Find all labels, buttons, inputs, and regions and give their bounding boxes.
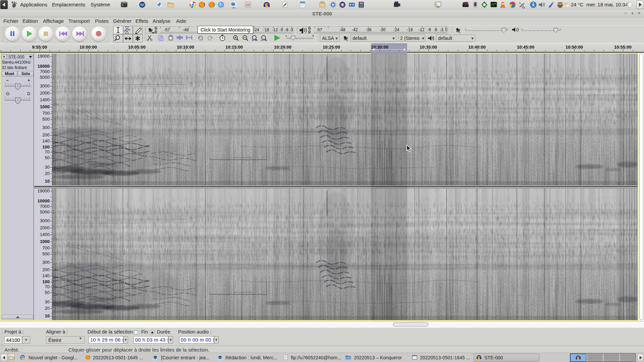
svg-text:-30: -30 bbox=[380, 27, 386, 32]
svg-text:-6: -6 bbox=[285, 27, 288, 32]
svg-text:-24: -24 bbox=[393, 27, 399, 32]
svg-text:-57: -57 bbox=[164, 27, 170, 32]
svg-text:-18: -18 bbox=[263, 27, 269, 32]
svg-text:-57: -57 bbox=[316, 27, 322, 32]
svg-text:-3: -3 bbox=[440, 27, 443, 32]
svg-text:-6: -6 bbox=[434, 27, 437, 32]
svg-text:D: D bbox=[155, 30, 157, 34]
svg-text:-24: -24 bbox=[253, 27, 259, 32]
svg-text:−: − bbox=[285, 34, 287, 38]
svg-text:-18: -18 bbox=[407, 27, 413, 32]
svg-text:-42: -42 bbox=[352, 27, 358, 32]
svg-text:0: 0 bbox=[445, 27, 447, 32]
svg-text:-48: -48 bbox=[183, 27, 189, 32]
svg-text:-9: -9 bbox=[279, 27, 283, 32]
svg-text:-36: -36 bbox=[366, 27, 372, 32]
svg-text:-48: -48 bbox=[339, 27, 345, 32]
svg-text:G: G bbox=[308, 26, 311, 30]
svg-text:-12: -12 bbox=[419, 27, 425, 32]
svg-text:D: D bbox=[308, 30, 311, 34]
svg-text:-9: -9 bbox=[427, 27, 431, 32]
svg-text:+: + bbox=[312, 34, 314, 38]
svg-text:G: G bbox=[155, 26, 157, 30]
svg-text:-12: -12 bbox=[272, 27, 278, 32]
svg-text:-3: -3 bbox=[289, 27, 293, 32]
